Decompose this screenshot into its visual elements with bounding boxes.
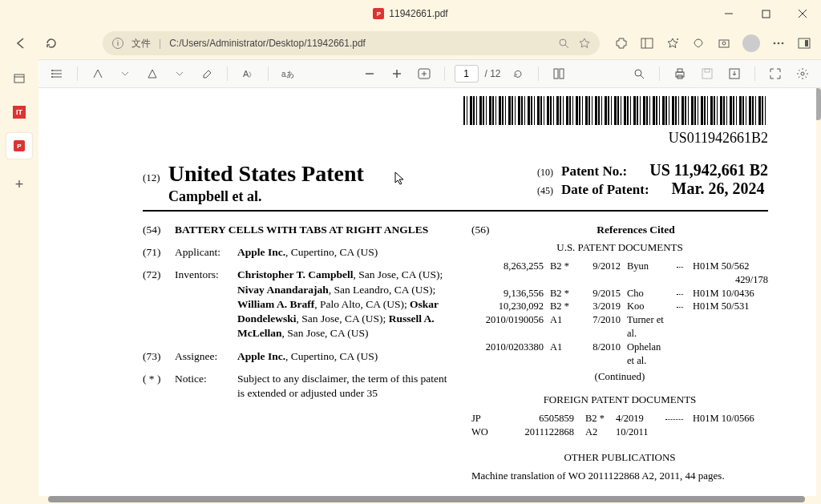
- svg-rect-42: [705, 69, 710, 72]
- field-56-num: (56): [471, 223, 495, 237]
- fullscreen-button[interactable]: [765, 63, 786, 84]
- chevron-down-icon[interactable]: [169, 63, 190, 84]
- star-icon[interactable]: [579, 38, 590, 49]
- close-button[interactable]: [784, 0, 821, 27]
- window-title-text: 11942661.pdf: [389, 8, 447, 19]
- collections-icon[interactable]: [691, 36, 706, 50]
- browser-right-icons: [614, 34, 811, 52]
- zoom-icon[interactable]: [558, 38, 569, 49]
- tabs-icon: [13, 72, 26, 85]
- rotate-icon[interactable]: [508, 63, 528, 84]
- url-box[interactable]: i 文件 | C:/Users/Administrator/Desktop/11…: [103, 31, 600, 55]
- svg-rect-35: [560, 69, 564, 79]
- svg-point-24: [51, 76, 53, 78]
- minimize-icon: [724, 9, 734, 18]
- maximize-button[interactable]: [747, 0, 784, 27]
- minimize-button[interactable]: [710, 0, 747, 27]
- pdf-toolbar: A》 aあ / 12: [38, 59, 821, 88]
- extensions-icon[interactable]: [614, 36, 629, 50]
- settings-button[interactable]: [792, 63, 813, 84]
- text-icon[interactable]: A》: [237, 63, 258, 84]
- patent-date: Mar. 26, 2024: [672, 179, 765, 198]
- zoom-in-button[interactable]: [386, 63, 407, 84]
- file-label: 文件: [131, 37, 151, 50]
- field-73-label: Assignee:: [175, 349, 229, 364]
- patent-no-label: Patent No.:: [561, 163, 627, 179]
- field-71-label: Applicant:: [175, 245, 229, 260]
- svg-point-22: [51, 70, 53, 71]
- code-45: (45): [537, 185, 553, 197]
- maximize-icon: [762, 10, 770, 18]
- field-72-label: Inventors:: [175, 268, 229, 341]
- field-73-num: (73): [143, 349, 167, 364]
- url-separator: |: [159, 38, 161, 49]
- patent-header: (12) United States Patent Campbell et al…: [143, 161, 768, 212]
- print-button[interactable]: [669, 63, 690, 84]
- code-10: (10): [537, 167, 553, 179]
- screenshot-icon[interactable]: [717, 36, 731, 50]
- favorites-icon[interactable]: [665, 36, 680, 50]
- tab-title: P 11942661.pdf: [373, 8, 447, 19]
- field-71-num: (71): [143, 245, 167, 260]
- patent-heading: United States Patent: [168, 161, 364, 187]
- draw-icon[interactable]: [87, 63, 108, 84]
- toolbar-separator: [77, 67, 78, 81]
- sidebar-item-pdf[interactable]: P: [6, 133, 32, 159]
- notice-text: Subject to any disclaimer, the term of t…: [237, 372, 447, 401]
- page-view-icon[interactable]: [548, 63, 569, 84]
- field-73-value: Apple Inc., Cupertino, CA (US): [237, 349, 447, 364]
- sidebar-item-tabs[interactable]: [6, 66, 32, 91]
- more-icon[interactable]: [771, 36, 786, 50]
- svg-rect-41: [702, 69, 712, 79]
- contents-icon[interactable]: [47, 63, 67, 84]
- address-bar: i 文件 | C:/Users/Administrator/Desktop/11…: [0, 27, 821, 59]
- info-icon: i: [112, 38, 123, 49]
- svg-rect-10: [719, 40, 729, 47]
- svg-point-14: [782, 42, 784, 45]
- svg-point-13: [778, 42, 780, 45]
- highlight-icon[interactable]: [142, 63, 163, 84]
- barcode-text: US011942661B2: [143, 130, 768, 147]
- save-as-button[interactable]: [724, 63, 745, 84]
- notice-label: Notice:: [175, 372, 229, 401]
- left-sidebar: IT P +: [0, 59, 38, 504]
- patent-body: (54) BATTERY CELLS WITH TABS AT RIGHT AN…: [143, 223, 768, 483]
- url-path: C:/Users/Administrator/Desktop/11942661.…: [169, 38, 550, 49]
- toolbar-separator: [268, 67, 269, 81]
- back-button[interactable]: [10, 32, 32, 54]
- code-12: (12): [143, 171, 160, 184]
- svg-rect-1: [762, 10, 770, 18]
- pdf-file-icon: P: [14, 140, 25, 151]
- profile-avatar[interactable]: [742, 34, 760, 52]
- translate-icon[interactable]: aあ: [278, 63, 299, 84]
- other-pubs-head: OTHER PUBLICATIONS: [471, 450, 768, 465]
- svg-point-12: [774, 42, 776, 45]
- continued-label: (Continued): [471, 369, 768, 384]
- toolbar-separator: [227, 67, 228, 81]
- document-viewport[interactable]: US011942661B2 (12) United States Patent …: [38, 88, 816, 496]
- toolbar-separator: [659, 67, 660, 81]
- close-icon: [798, 9, 807, 18]
- zoom-out-button[interactable]: [359, 63, 380, 84]
- fit-page-icon[interactable]: [414, 63, 435, 84]
- window-controls: [710, 0, 821, 27]
- other-pubs-text: Machine translation of WO 2011122868 A2,…: [471, 469, 768, 483]
- toolbar-separator: [754, 67, 755, 81]
- erase-icon[interactable]: [196, 63, 217, 84]
- foreign-docs-table: JP6505859B2 *4/2019H01M 10/0566 WO201112…: [471, 412, 768, 439]
- svg-rect-17: [14, 75, 24, 83]
- sidebar-add-button[interactable]: +: [6, 171, 32, 197]
- svg-rect-34: [554, 69, 558, 79]
- sidebar-toggle-icon[interactable]: [640, 36, 654, 50]
- search-button[interactable]: [629, 63, 649, 84]
- horizontal-scrollbar[interactable]: [48, 496, 805, 502]
- foreign-docs-head: FOREIGN PATENT DOCUMENTS: [471, 393, 768, 407]
- reload-button[interactable]: [40, 32, 63, 54]
- split-screen-icon[interactable]: [797, 36, 811, 50]
- references-cited: References Cited: [504, 223, 768, 237]
- sidebar-item-it[interactable]: IT: [6, 99, 32, 125]
- chevron-down-icon[interactable]: [115, 63, 135, 84]
- save-button[interactable]: [697, 63, 718, 84]
- page-number-input[interactable]: [455, 65, 479, 83]
- patent-authors: Campbell et al.: [168, 188, 364, 205]
